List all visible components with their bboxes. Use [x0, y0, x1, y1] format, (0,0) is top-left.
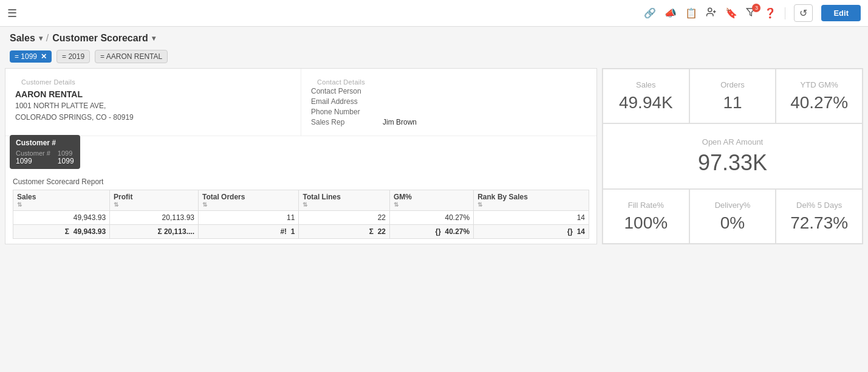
filter-chip-2019-label: = 2019	[62, 52, 84, 61]
link-icon[interactable]: 🔗	[644, 7, 656, 19]
scorecard-table: Sales ⇅ Profit ⇅	[13, 190, 589, 239]
filter-bar: = 1099 ✕ = 2019 = AARON RENTAL	[0, 47, 868, 68]
cell-profit: 20,113.93	[110, 211, 199, 225]
help-icon[interactable]: ❓	[764, 7, 776, 19]
breadcrumb-current: Customer Scorecard	[52, 33, 148, 44]
metric-open-ar-value: 97.33K	[698, 150, 767, 176]
customer-address1: 1001 NORTH PLATTE AVE,	[15, 100, 291, 112]
col-profit[interactable]: Profit ⇅	[110, 190, 199, 211]
total-sales: Σ 49,943.93	[13, 225, 110, 239]
cell-sales: 49,943.93	[13, 211, 110, 225]
breadcrumb-parent[interactable]: Sales	[10, 33, 35, 44]
metric-open-ar-label: Open AR Amount	[702, 137, 763, 146]
metric-delivery-label: Delivery%	[715, 201, 751, 210]
total-lines: Σ 22	[299, 225, 390, 239]
cell-total-orders: 11	[198, 211, 298, 225]
metric-fill-rate-label: Fill Rate%	[628, 201, 664, 210]
toolbar-icons: 🔗 📣 📋 🔖 3	[644, 4, 861, 22]
col-rank[interactable]: Rank By Sales ⇅	[474, 190, 589, 211]
filter-chip-aaron-label: = AARON RENTAL	[100, 52, 162, 61]
customer-tooltip: Customer # Customer # 1099 1099 1099	[10, 135, 80, 169]
col-gm[interactable]: GM% ⇅	[390, 190, 474, 211]
megaphone-icon[interactable]: 📣	[665, 7, 677, 19]
breadcrumb-separator: /	[46, 33, 49, 44]
contact-rep-value: Jim Brown	[383, 118, 417, 126]
contact-email-label: Email Address	[311, 97, 378, 106]
metric-open-ar: Open AR Amount 97.33K	[603, 123, 863, 189]
contact-row-person: Contact Person	[311, 87, 587, 95]
contact-phone-label: Phone Number	[311, 108, 378, 116]
cell-total-lines: 22	[299, 211, 390, 225]
filter-icon-wrapper[interactable]: 3	[746, 7, 756, 19]
cell-rank: 14	[474, 211, 589, 225]
filter-chip-2019[interactable]: = 2019	[56, 50, 90, 63]
customer-details-title: Customer Details	[15, 74, 291, 87]
total-gm: {} 40.27%	[390, 225, 474, 239]
contact-rep-label: Sales Rep	[311, 118, 378, 126]
metric-sales-label: Sales	[636, 80, 656, 89]
filter-chip-1099-remove[interactable]: ✕	[41, 52, 47, 61]
metric-fill-rate-value: 100%	[624, 213, 668, 233]
user-plus-icon[interactable]	[706, 7, 717, 20]
toolbar-divider	[785, 7, 785, 19]
contact-details-title: Contact Details	[311, 74, 587, 87]
metric-delivery: Delivery% 0%	[689, 189, 776, 244]
total-rank: {} 14	[474, 225, 589, 239]
tooltip-col1-header: Customer #	[16, 150, 50, 157]
report-title: Customer Scorecard Report	[13, 177, 589, 186]
filter-count: 3	[752, 4, 760, 12]
metric-ytd-gm-label: YTD GM%	[801, 80, 838, 89]
filter-chip-aaron[interactable]: = AARON RENTAL	[95, 50, 168, 63]
hamburger-menu[interactable]: ☰	[7, 7, 17, 20]
tooltip-col2-header: 1099	[58, 150, 74, 157]
metric-sales: Sales 49.94K	[603, 69, 689, 123]
filter-chip-1099-label: = 1099	[15, 52, 37, 61]
metric-sales-value: 49.94K	[619, 93, 673, 112]
table-row: 49,943.93 20,113.93 11 22 40.27% 14	[13, 211, 589, 225]
contact-row-rep: Sales Rep Jim Brown	[311, 118, 587, 126]
metric-orders-value: 11	[723, 93, 742, 112]
metric-ytd-gm: YTD GM% 40.27%	[776, 69, 863, 123]
toolbar: ☰ 🔗 📣 📋 🔖	[0, 0, 868, 27]
col-sales[interactable]: Sales ⇅	[13, 190, 110, 211]
metric-orders-label: Orders	[720, 80, 745, 89]
breadcrumb-parent-chevron[interactable]: ▾	[39, 34, 43, 43]
edit-button[interactable]: Edit	[821, 5, 861, 21]
copy-icon[interactable]: 📋	[685, 7, 697, 19]
col-total-orders[interactable]: Total Orders ⇅	[198, 190, 298, 211]
metric-orders: Orders 11	[689, 69, 776, 123]
metric-delivery-value: 0%	[720, 213, 745, 233]
svg-point-0	[708, 8, 712, 12]
contact-person-label: Contact Person	[311, 87, 378, 95]
breadcrumb-current-chevron[interactable]: ▾	[152, 34, 155, 43]
tooltip-val2: 1099	[58, 157, 74, 165]
metric-del5-label: Del% 5 Days	[796, 201, 842, 210]
bookmark-icon[interactable]: 🔖	[725, 7, 737, 19]
breadcrumb: Sales ▾ / Customer Scorecard ▾	[0, 27, 868, 47]
total-profit: Σ 20,113....	[110, 225, 199, 239]
contact-row-phone: Phone Number	[311, 108, 587, 116]
metric-ytd-gm-value: 40.27%	[790, 93, 848, 112]
customer-address2: COLORADO SPRINGS, CO - 80919	[15, 112, 291, 123]
metric-del5-days: Del% 5 Days 72.73%	[776, 189, 863, 244]
report-section: Customer Scorecard Report Sales ⇅	[5, 173, 596, 244]
filter-chip-1099[interactable]: = 1099 ✕	[10, 50, 52, 63]
tooltip-title: Customer #	[16, 139, 74, 147]
total-orders: #! 1	[198, 225, 298, 239]
customer-name: AARON RENTAL	[15, 87, 291, 100]
contact-row-email: Email Address	[311, 97, 587, 106]
refresh-button[interactable]: ↺	[794, 4, 813, 22]
col-total-lines[interactable]: Total Lines ⇅	[299, 190, 390, 211]
cell-gm: 40.27%	[390, 211, 474, 225]
table-total-row: Σ 49,943.93 Σ 20,113.... #! 1 Σ 22 {} 40…	[13, 225, 589, 239]
tooltip-val1: 1099	[16, 157, 50, 165]
metric-del5-value: 72.73%	[790, 213, 848, 233]
metric-fill-rate: Fill Rate% 100%	[603, 189, 689, 244]
